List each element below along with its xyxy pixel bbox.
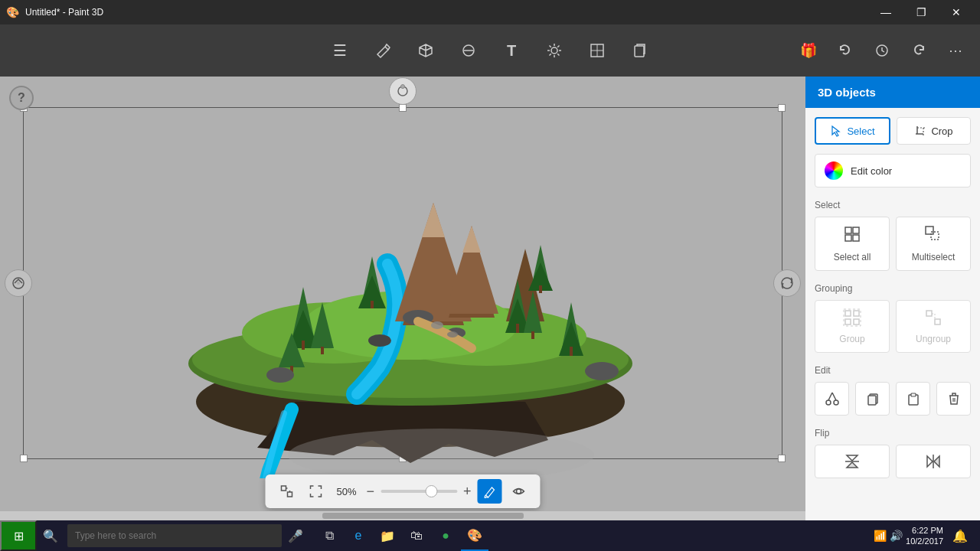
svg-point-62 — [266, 367, 294, 383]
notification-button[interactable]: 🔔 — [946, 520, 974, 551]
title-bar-controls: — ❐ ✕ — [868, 0, 974, 24]
restore-button[interactable]: ❐ — [903, 0, 939, 24]
svg-rect-77 — [853, 227, 859, 233]
multiselect-button[interactable]: Multiselect — [896, 217, 971, 271]
more-button[interactable]: ⋯ — [940, 35, 971, 66]
svg-point-16 — [398, 86, 407, 96]
cut-button[interactable] — [815, 382, 849, 416]
svg-rect-60 — [371, 301, 374, 308]
redo-button[interactable] — [903, 35, 934, 66]
effects-icon — [546, 42, 563, 59]
handle-midleft[interactable] — [20, 279, 28, 287]
select-grid: Select all Multiselect — [815, 217, 971, 271]
paint3d-taskbar-button[interactable]: 🎨 — [461, 520, 488, 551]
text-icon: T — [507, 42, 516, 60]
help-button[interactable]: ? — [9, 86, 34, 110]
grouping-section-label: Grouping — [815, 283, 971, 294]
tab-crop-label: Crop — [931, 126, 952, 137]
svg-rect-96 — [868, 396, 876, 405]
edit-section-label: Edit — [815, 365, 971, 376]
undo-button[interactable] — [830, 35, 861, 66]
paste-tool[interactable] — [620, 31, 660, 70]
fit-view-button[interactable] — [274, 479, 299, 504]
paste-button[interactable] — [896, 382, 930, 416]
multiselect-label: Multiselect — [912, 252, 956, 262]
panel-content: Select Crop Edit color Select — [805, 108, 980, 520]
svg-rect-98 — [911, 393, 916, 396]
group-icon — [843, 308, 861, 329]
svg-rect-84 — [845, 319, 851, 324]
chrome-button[interactable]: ● — [432, 520, 459, 551]
handle-bottomright[interactable] — [778, 455, 786, 462]
handle-midright[interactable] — [778, 279, 786, 287]
svg-line-8 — [557, 54, 559, 55]
explorer-button[interactable]: 📁 — [374, 520, 401, 551]
edge-button[interactable]: e — [345, 520, 372, 551]
text-tool[interactable]: T — [492, 31, 531, 70]
handle-bottomleft[interactable] — [20, 455, 28, 462]
pencil-tool[interactable] — [363, 31, 403, 70]
svg-point-19 — [17, 282, 20, 285]
rotate-handle-right[interactable] — [773, 269, 801, 297]
group-label: Group — [839, 334, 864, 344]
edit-row — [815, 382, 971, 416]
fit-icon — [279, 484, 293, 498]
effects-tool[interactable] — [534, 31, 574, 70]
brush-button[interactable] — [478, 479, 502, 504]
svg-point-91 — [826, 400, 831, 405]
edit-color-button[interactable]: Edit color — [815, 154, 971, 187]
svg-rect-82 — [845, 311, 851, 316]
svg-rect-79 — [853, 235, 859, 241]
group-button[interactable]: Group — [815, 300, 890, 353]
delete-button[interactable] — [936, 382, 971, 416]
flip-horizontal-button[interactable] — [896, 445, 971, 478]
scroll-thumb[interactable] — [322, 513, 524, 519]
canvas-area[interactable]: ? — [0, 77, 805, 520]
rotate-handle-left[interactable] — [5, 269, 32, 297]
3d-shapes-tool[interactable] — [406, 31, 446, 70]
flip-vertical-icon — [844, 453, 861, 470]
zoom-minus[interactable]: − — [366, 484, 374, 500]
svg-rect-58 — [531, 331, 534, 339]
present-button[interactable]: 🎁 — [793, 35, 824, 66]
fullscreen-button[interactable] — [303, 479, 328, 504]
flip-horizontal-icon — [925, 453, 942, 470]
handle-topright[interactable] — [778, 104, 786, 112]
svg-rect-86 — [844, 309, 861, 326]
taskbar-time[interactable]: 6:22 PM 10/2/2017 — [906, 525, 943, 547]
close-button[interactable]: ✕ — [939, 0, 974, 24]
svg-rect-57 — [516, 324, 519, 333]
island-illustration — [119, 96, 701, 478]
search-button[interactable]: 🔍 — [37, 520, 64, 551]
system-icons: 📶 🔊 — [874, 530, 903, 542]
cortana-button[interactable]: 🎤 — [282, 520, 309, 551]
zoom-plus[interactable]: + — [463, 484, 472, 500]
task-view-button[interactable]: ⧉ — [315, 520, 343, 551]
svg-point-66 — [447, 331, 458, 337]
svg-line-7 — [550, 46, 551, 47]
svg-rect-83 — [854, 311, 859, 316]
store-button[interactable]: 🛍 — [403, 520, 430, 551]
zoom-thumb[interactable] — [425, 485, 437, 497]
transform-tool[interactable] — [577, 31, 617, 70]
history-button[interactable] — [867, 35, 897, 66]
eye-button[interactable] — [507, 479, 531, 504]
paste-here-icon — [906, 391, 921, 406]
menu-button[interactable]: ☰ — [320, 31, 360, 70]
tab-crop[interactable]: Crop — [897, 117, 971, 145]
flip-vertical-button[interactable] — [815, 445, 890, 478]
start-button[interactable]: ⊞ — [0, 520, 37, 551]
taskbar-search-input[interactable] — [67, 524, 282, 547]
svg-point-17 — [401, 85, 405, 89]
horizontal-scrollbar[interactable] — [0, 511, 805, 520]
ungroup-button[interactable]: Ungroup — [896, 300, 971, 353]
select-all-button[interactable]: Select all — [815, 217, 890, 271]
zoom-slider[interactable] — [381, 490, 457, 493]
minimize-button[interactable]: — — [868, 0, 903, 24]
eraser-tool[interactable] — [449, 31, 488, 70]
tab-select-label: Select — [847, 126, 874, 137]
fullscreen-icon — [309, 484, 322, 498]
copy-button[interactable] — [855, 382, 890, 416]
tab-select[interactable]: Select — [815, 117, 890, 145]
canvas-content[interactable] — [61, 122, 760, 452]
